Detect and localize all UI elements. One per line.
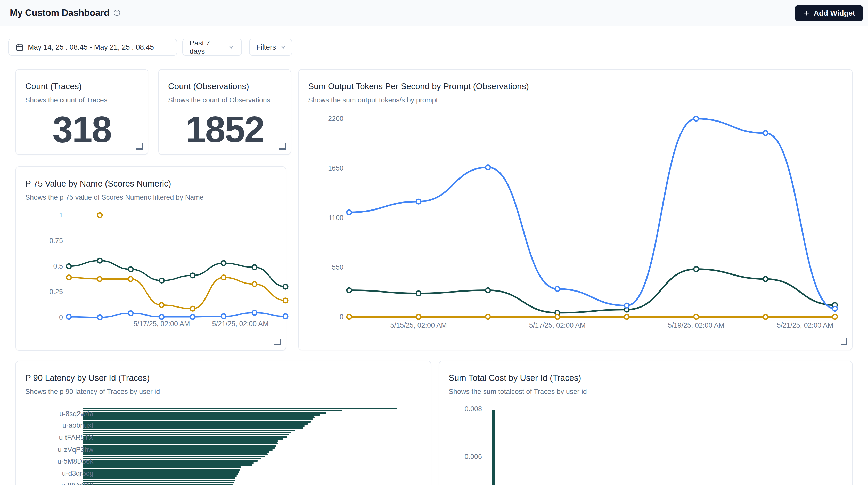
latency-bar bbox=[83, 469, 240, 471]
cost-bar bbox=[492, 410, 495, 485]
x-axis-tick-label: 5/17/25, 02:00 AM bbox=[529, 322, 586, 329]
series-green-point bbox=[221, 261, 226, 266]
series-blue-point bbox=[128, 311, 133, 315]
series-blue-point bbox=[66, 314, 71, 319]
series-blue-line bbox=[349, 119, 835, 309]
tokens-line-chart[interactable]: 05501100165022005/15/25, 02:00 AM5/17/25… bbox=[305, 112, 851, 331]
latency-bar bbox=[83, 436, 287, 438]
p75-line-chart[interactable]: 00.250.50.7515/17/25, 02:00 AM5/21/25, 0… bbox=[21, 210, 294, 331]
latency-bar bbox=[83, 441, 278, 442]
latency-bar bbox=[83, 425, 305, 427]
series-orange-point bbox=[694, 314, 699, 319]
series-green-point bbox=[694, 267, 699, 271]
series-blue-point bbox=[694, 116, 699, 121]
widget-p90-latency: P 90 Latency by User Id (Traces) Shows t… bbox=[16, 361, 431, 485]
user-id-axis-label: u-8fVa9T3 bbox=[39, 482, 93, 485]
x-axis-tick-label: 5/19/25, 02:00 AM bbox=[668, 322, 724, 329]
y-axis-tick-label: 0.75 bbox=[49, 237, 63, 245]
latency-bar bbox=[83, 466, 241, 468]
user-id-axis-label: u-5M8D56k bbox=[39, 457, 93, 465]
widget-subtitle: Shows the p 75 value of Scores Numeric f… bbox=[25, 193, 204, 202]
series-green-point bbox=[252, 265, 257, 270]
page-title-text: My Custom Dashboard bbox=[10, 7, 109, 18]
resize-handle-icon[interactable] bbox=[136, 143, 143, 150]
widget-title: Count (Traces) bbox=[25, 82, 82, 91]
latency-bar bbox=[83, 462, 254, 464]
resize-handle-icon[interactable] bbox=[841, 338, 847, 345]
x-axis-tick-label: 5/21/25, 02:00 AM bbox=[212, 320, 269, 328]
series-orange-point bbox=[347, 314, 351, 319]
series-green-point bbox=[416, 291, 421, 296]
latency-bar bbox=[83, 451, 269, 453]
calendar-icon bbox=[16, 43, 24, 51]
user-id-axis-label: u-tFAR5TX bbox=[39, 434, 93, 442]
resize-handle-icon[interactable] bbox=[274, 339, 281, 345]
series-blue-point bbox=[416, 199, 421, 204]
top-bar: My Custom Dashboard Add Widget bbox=[0, 0, 868, 26]
latency-bar bbox=[83, 432, 290, 433]
y-axis-tick-label: 2200 bbox=[328, 115, 343, 123]
y-axis-tick-label: 0 bbox=[340, 313, 343, 321]
series-green-point bbox=[486, 288, 490, 293]
y-axis-tick-label: 0.008 bbox=[451, 405, 482, 413]
series-orange-point bbox=[190, 306, 195, 311]
latency-bar bbox=[83, 449, 273, 451]
latency-bar bbox=[83, 447, 275, 449]
series-orange-point bbox=[128, 277, 133, 281]
count-traces-value: 318 bbox=[16, 108, 148, 151]
chevron-down-icon bbox=[228, 44, 235, 51]
series-blue-point bbox=[555, 286, 560, 291]
resize-handle-icon[interactable] bbox=[279, 143, 286, 150]
latency-bar bbox=[83, 423, 308, 425]
info-icon[interactable] bbox=[114, 9, 120, 16]
add-widget-button[interactable]: Add Widget bbox=[795, 5, 863, 21]
widget-title: P 75 Value by Name (Scores Numeric) bbox=[25, 179, 171, 189]
user-id-axis-label: u-aobnuxf bbox=[39, 422, 93, 429]
count-observations-value: 1852 bbox=[159, 108, 290, 151]
latency-bar bbox=[83, 475, 237, 477]
latency-bar bbox=[83, 453, 268, 455]
latency-bar bbox=[83, 458, 261, 459]
series-green-point bbox=[763, 277, 768, 281]
date-range-value: May 14, 25 : 08:45 - May 21, 25 : 08:45 bbox=[28, 43, 154, 51]
y-axis-tick-label: 0.5 bbox=[53, 262, 63, 270]
page-title: My Custom Dashboard bbox=[10, 7, 120, 18]
series-orange-point bbox=[283, 298, 288, 303]
latency-bar bbox=[83, 429, 295, 431]
series-orange-point bbox=[555, 314, 560, 319]
series-orange-point bbox=[624, 314, 629, 319]
widget-tokens-per-second: Sum Output Tokens Per Second by Prompt (… bbox=[298, 69, 852, 350]
total-cost-bar-chart[interactable]: 0.0080.006 bbox=[439, 361, 852, 485]
series-blue-point bbox=[252, 310, 257, 315]
x-axis-tick-label: 5/21/25, 02:00 AM bbox=[777, 322, 833, 329]
series-orange-point bbox=[416, 314, 421, 319]
series-orange-point bbox=[486, 314, 490, 319]
series-blue-point bbox=[624, 303, 629, 308]
x-axis-tick-label: 5/17/25, 02:00 AM bbox=[133, 320, 190, 328]
date-range-picker[interactable]: May 14, 25 : 08:45 - May 21, 25 : 08:45 bbox=[8, 39, 177, 56]
latency-bar bbox=[83, 412, 327, 414]
widget-subtitle: Shows the count of Observations bbox=[168, 96, 270, 104]
latency-bar bbox=[83, 434, 288, 435]
series-orange-point bbox=[97, 277, 102, 281]
series-blue-point bbox=[190, 314, 195, 319]
latency-bar bbox=[83, 482, 234, 483]
y-axis-tick-label: 1650 bbox=[328, 164, 343, 172]
widget-title: Count (Observations) bbox=[168, 82, 249, 91]
filters-button[interactable]: Filters bbox=[249, 39, 292, 56]
series-orange-point bbox=[763, 314, 768, 319]
widget-title: Sum Output Tokens Per Second by Prompt (… bbox=[308, 82, 529, 91]
y-axis-tick-label: 0.25 bbox=[49, 288, 63, 296]
p90-latency-bar-chart[interactable]: u-8sq2w4au-aobnuxfu-tFAR5TXu-zVqP3hwu-5M… bbox=[16, 361, 431, 485]
series-blue-point bbox=[159, 314, 164, 319]
series-green-point bbox=[128, 267, 133, 272]
latency-bar bbox=[83, 460, 258, 462]
latency-bar bbox=[83, 416, 315, 418]
latency-bar bbox=[83, 414, 320, 416]
dashboard-page: My Custom Dashboard Add Widget May 14 bbox=[0, 0, 868, 485]
series-orange-single-point-point bbox=[97, 213, 102, 217]
y-axis-tick-label: 1 bbox=[59, 211, 63, 219]
user-id-axis-label: u-zVqP3hw bbox=[39, 446, 93, 454]
y-axis-tick-label: 0 bbox=[59, 313, 63, 321]
time-preset-select[interactable]: Past 7 days bbox=[182, 39, 242, 56]
